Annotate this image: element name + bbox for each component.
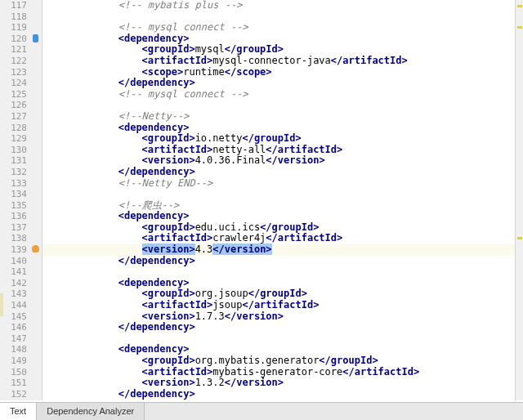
line-number[interactable]: 122 [0, 56, 42, 67]
editor-area: 1171181191201211221231241251261271281291… [0, 0, 523, 400]
code-line[interactable]: <groupId>mysql</groupId> [42, 44, 523, 56]
line-number[interactable]: 133 [0, 178, 42, 190]
code-line[interactable]: <dependency> [42, 34, 523, 45]
error-stripe-mark[interactable] [517, 26, 522, 29]
code-line[interactable] [42, 11, 523, 23]
line-number[interactable]: 128 [0, 123, 42, 134]
bookmark-icon[interactable] [31, 34, 40, 43]
error-stripe-mark[interactable] [517, 237, 522, 239]
code-line[interactable]: </dependency> [42, 389, 523, 400]
code-line[interactable]: <!-- mysql connect --> [42, 89, 523, 101]
code-line[interactable]: <!-- mysql connect --> [42, 22, 523, 34]
code-line[interactable]: <version>4.3</version> [42, 244, 523, 256]
line-number[interactable]: 149 [0, 355, 42, 367]
line-number[interactable]: 143 [0, 288, 42, 300]
line-number[interactable]: 124 [0, 78, 42, 89]
error-stripe[interactable] [515, 0, 523, 400]
line-number[interactable]: 138 [0, 233, 42, 244]
line-number[interactable]: 152 [0, 389, 42, 400]
line-number[interactable]: 147 [0, 333, 42, 345]
code-line[interactable]: <dependency> [42, 278, 523, 289]
bottom-tabs: Text Dependency Analyzer [0, 402, 523, 420]
line-number[interactable]: 144 [0, 300, 42, 311]
line-number[interactable]: 118 [0, 11, 42, 23]
code-line[interactable]: <!--爬虫--> [42, 200, 523, 212]
line-number[interactable]: 127 [0, 111, 42, 123]
line-number-gutter[interactable]: 1171181191201211221231241251261271281291… [0, 0, 42, 400]
line-number[interactable]: 132 [0, 167, 42, 178]
line-number[interactable]: 135 [0, 200, 42, 212]
line-number[interactable]: 134 [0, 189, 42, 200]
code-line[interactable]: <!--Netty END--> [42, 178, 523, 190]
line-number[interactable]: 140 [0, 256, 42, 267]
error-stripe-mark[interactable] [517, 5, 522, 7]
line-number[interactable]: 120 [0, 34, 42, 45]
code-line[interactable]: <version>1.3.2</version> [42, 378, 523, 389]
line-number[interactable]: 117 [0, 0, 42, 11]
line-number[interactable]: 129 [0, 133, 42, 145]
code-line[interactable]: <dependency> [42, 344, 523, 355]
line-number[interactable]: 123 [0, 67, 42, 78]
code-line[interactable]: </dependency> [42, 167, 523, 178]
line-number[interactable]: 148 [0, 344, 42, 355]
line-number[interactable]: 131 [0, 155, 42, 167]
code-line[interactable]: <version>4.0.36.Final</version> [42, 155, 523, 167]
line-number[interactable]: 146 [0, 322, 42, 333]
code-line[interactable]: <artifactId>mysql-connector-java</artifa… [42, 56, 523, 67]
code-line[interactable]: </dependency> [42, 256, 523, 267]
change-marker [0, 293, 3, 316]
line-number[interactable]: 121 [0, 44, 42, 56]
line-number[interactable]: 136 [0, 211, 42, 222]
line-number[interactable]: 126 [0, 100, 42, 111]
tab-text[interactable]: Text [0, 403, 37, 420]
code-line[interactable]: <artifactId>crawler4j</artifactId> [42, 233, 523, 244]
line-number[interactable]: 151 [0, 378, 42, 389]
code-line[interactable]: </dependency> [42, 322, 523, 333]
code-line[interactable]: <groupId>edu.uci.ics</groupId> [42, 222, 523, 234]
code-line[interactable]: <!--Netty--> [42, 111, 523, 123]
line-number[interactable]: 125 [0, 89, 42, 101]
code-line[interactable]: <groupId>io.netty</groupId> [42, 133, 523, 145]
line-number[interactable]: 130 [0, 145, 42, 156]
line-number[interactable]: 139 [0, 244, 42, 256]
code-line[interactable]: <scope>runtime</scope> [42, 67, 523, 78]
code-line[interactable]: </dependency> [42, 78, 523, 89]
code-line[interactable]: <artifactId>mybatis-generator-core</arti… [42, 367, 523, 378]
code-line[interactable]: <groupId>org.jsoup</groupId> [42, 288, 523, 300]
code-line[interactable]: <version>1.7.3</version> [42, 311, 523, 323]
code-line[interactable] [42, 189, 523, 200]
code-line[interactable] [42, 266, 523, 278]
code-line[interactable]: <dependency> [42, 123, 523, 134]
code-line[interactable] [42, 100, 523, 111]
line-number[interactable]: 150 [0, 367, 42, 378]
code-line[interactable]: <!-- mybatis plus --> [42, 0, 523, 11]
code-line[interactable]: <groupId>org.mybatis.generator</groupId> [42, 355, 523, 367]
code-area[interactable]: <!-- mybatis plus --> <!-- mysql connect… [42, 0, 523, 400]
line-number[interactable]: 137 [0, 222, 42, 234]
tab-dependency-analyzer[interactable]: Dependency Analyzer [37, 403, 145, 420]
line-number[interactable]: 142 [0, 278, 42, 289]
code-line[interactable]: <artifactId>jsoup</artifactId> [42, 300, 523, 311]
code-line[interactable] [42, 333, 523, 345]
line-number[interactable]: 141 [0, 266, 42, 278]
line-number[interactable]: 145 [0, 311, 42, 323]
lightbulb-icon[interactable] [31, 245, 40, 254]
code-line[interactable]: <dependency> [42, 211, 523, 222]
code-line[interactable]: <artifactId>netty-all</artifactId> [42, 145, 523, 156]
line-number[interactable]: 119 [0, 22, 42, 34]
